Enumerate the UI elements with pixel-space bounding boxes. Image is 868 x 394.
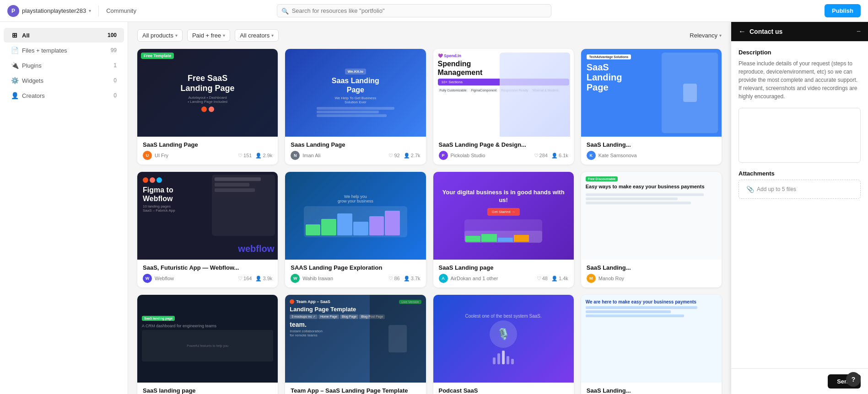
card-11-sub: Coolest one of the best system SaaS. (465, 314, 541, 319)
sidebar-all-count: 100 (108, 32, 117, 38)
sort-label: Relevancy (690, 32, 717, 39)
card-1-avatar: U (143, 151, 152, 160)
attach-label: Add up to 5 files (757, 186, 796, 192)
publish-button[interactable]: Publish (825, 4, 861, 17)
card-3-title: SaaS Landing Page & Design... (439, 141, 568, 148)
card-2[interactable]: We.Kit.io Saas LandingPage We Help To Ge… (285, 49, 426, 165)
card-10[interactable]: Team App – SaaS Live Version Landing Pag… (285, 295, 426, 394)
contact-panel: ← Contact us − Description Please includ… (731, 22, 868, 394)
card-11-body: Podcast SaaS C Creator (433, 383, 574, 394)
card-7-stats: ♡ 48 👤 1.4k (537, 276, 568, 282)
card-8[interactable]: Free Discoverable Easy ways to make easy… (581, 172, 722, 288)
card-4-badge: TechAdvantage Solutions (587, 54, 631, 59)
card-10-body: Team App – SaaS Landing Page Template T … (285, 383, 426, 394)
card-grid: Free Template Free SaaSLanding Page Auto… (137, 49, 722, 394)
card-7-title: SaaS Landing page (439, 264, 568, 271)
card-7-footer: A AirDokan and 1 other ♡ 48 👤 1.4k (439, 274, 568, 283)
sidebar-item-plugins[interactable]: 🔌 Plugins 1 (4, 58, 124, 73)
card-1[interactable]: Free Template Free SaaSLanding Page Auto… (137, 49, 278, 165)
main-content: All products ▾ Paid + free ▾ All creator… (128, 22, 731, 394)
close-button[interactable]: − (857, 27, 861, 36)
card-6-thumb: We help yougrow your business (285, 172, 426, 260)
card-6-body: SAAS Landing Page Exploration W Wahib Ir… (285, 260, 426, 288)
card-4-title: SaaS Landing... (587, 141, 716, 148)
card-7-likes: ♡ 48 (537, 276, 548, 282)
card-11[interactable]: Coolest one of the best system SaaS. 🎙️ (433, 295, 574, 394)
card-1-inner-sub: Autolayout • Dashboard• Landing Page Inc… (188, 96, 227, 104)
card-11-icon: 🎙️ (496, 328, 510, 341)
sidebar-item-widgets[interactable]: ⚙️ Widgets 0 (4, 73, 124, 88)
creators-filter-button[interactable]: All creators ▾ (235, 29, 279, 42)
card-7-avatar: A (439, 274, 448, 283)
card-2-author: Iman Ali (302, 153, 386, 158)
card-5-author: Webflow (155, 276, 235, 281)
card-3[interactable]: 💜 Spend.In SpendingManagement 10+ Sectio… (433, 49, 574, 165)
card-4-author: Kate Samsonova (598, 153, 713, 158)
products-filter-button[interactable]: All products ▾ (137, 29, 183, 42)
sidebar-plugins-count: 1 (113, 62, 117, 69)
free-tag: Free Template (141, 53, 174, 59)
search-icon: 🔍 (281, 7, 289, 14)
card-9-badge: SaaS landing page (142, 316, 175, 321)
card-6[interactable]: We help yougrow your business SAAS Landi… (285, 172, 426, 288)
card-2-inner-sub: We Help To Get BusinessSolution Ever (334, 96, 376, 104)
creator-icon: 👤 (11, 92, 18, 99)
help-fab[interactable]: ? (846, 372, 861, 387)
card-2-footer: N Iman Ali ♡ 92 👤 2.7k (291, 151, 420, 160)
card-9[interactable]: SaaS landing page A CRM dashboard for en… (137, 295, 278, 394)
products-chevron-icon: ▾ (175, 33, 178, 38)
card-1-thumb: Free Template Free SaaSLanding Page Auto… (137, 49, 278, 137)
back-button[interactable]: ← (739, 27, 746, 36)
card-1-likes: ♡ 151 (238, 153, 252, 159)
card-8-author: Manob Roy (598, 276, 713, 281)
filter-bar: All products ▾ Paid + free ▾ All creator… (137, 29, 722, 42)
card-2-likes: ♡ 92 (388, 153, 399, 159)
card-12[interactable]: We are here to make easy your business p… (581, 295, 722, 394)
card-5[interactable]: Figma toWebflow 10 landing pagesSaaS – F… (137, 172, 278, 288)
card-1-views: 👤 2.9k (255, 153, 272, 159)
card-12-sub: We are here to make easy your business p… (586, 299, 717, 304)
sidebar: ⊞ All 100 📄 Files + templates 99 🔌 Plugi… (0, 22, 128, 394)
card-4-body: SaaS Landing... K Kate Samsonova (581, 137, 722, 165)
card-5-footer: W Webflow ♡ 164 👤 3.9k (143, 274, 272, 283)
card-5-likes: ♡ 164 (238, 276, 252, 282)
card-3-avatar: P (439, 151, 448, 160)
card-2-stats: ♡ 92 👤 2.7k (388, 153, 420, 159)
card-5-webflow: webflow (238, 244, 274, 254)
search-input[interactable] (277, 4, 551, 17)
sort-chevron-icon: ▾ (719, 33, 722, 38)
sidebar-item-creators[interactable]: 👤 Creators 0 (4, 88, 124, 103)
card-7-views: 👤 1.4k (551, 276, 568, 282)
card-2-badge: We.Kit.io (345, 69, 366, 75)
attach-area[interactable]: 📎 Add up to 5 files (739, 180, 861, 199)
sidebar-item-files[interactable]: 📄 Files + templates 99 (4, 43, 124, 58)
card-7-thumb: Your digital business is in good hands w… (433, 172, 574, 260)
card-3-author: Pickolab Studio (451, 153, 531, 158)
card-6-title: SAAS Landing Page Exploration (291, 264, 420, 271)
card-9-body: SaaS landing page S Unknown (137, 383, 278, 394)
card-1-footer: U UI Fry ♡ 151 👤 2.9k (143, 151, 272, 160)
paid-chevron-icon: ▾ (223, 33, 225, 38)
sidebar-item-all[interactable]: ⊞ All 100 (4, 28, 124, 43)
top-nav: P playstationplaytester283 ▾ Community 🔍… (0, 0, 868, 22)
card-5-title: SaaS, Futuristic App — Webflow... (143, 264, 272, 271)
card-11-thumb: Coolest one of the best system SaaS. 🎙️ (433, 295, 574, 383)
description-textarea[interactable] (739, 108, 861, 163)
user-menu[interactable]: P playstationplaytester283 ▾ (7, 5, 91, 17)
card-2-views: 👤 2.7k (404, 153, 421, 159)
card-1-inner-title: Free SaaSLanding Page (181, 74, 235, 93)
card-7[interactable]: Your digital business is in good hands w… (433, 172, 574, 288)
sidebar-widgets-count: 0 (113, 77, 117, 84)
card-12-title: SaaS Landing... (587, 387, 716, 394)
card-6-author: Wahib Irawan (302, 276, 386, 281)
paid-filter-button[interactable]: Paid + free ▾ (187, 29, 230, 42)
sort-button[interactable]: Relevancy ▾ (690, 32, 722, 39)
card-4[interactable]: TechAdvantage Solutions SaaSLandingPage … (581, 49, 722, 165)
card-8-avatar: M (587, 274, 596, 283)
card-5-thumb: Figma toWebflow 10 landing pagesSaaS – F… (137, 172, 278, 260)
card-6-avatar: W (291, 274, 300, 283)
card-3-views: 👤 6.1k (551, 153, 568, 159)
help-icon: ? (852, 376, 856, 383)
sidebar-creators-count: 0 (113, 92, 117, 99)
search-bar: 🔍 (277, 4, 551, 17)
